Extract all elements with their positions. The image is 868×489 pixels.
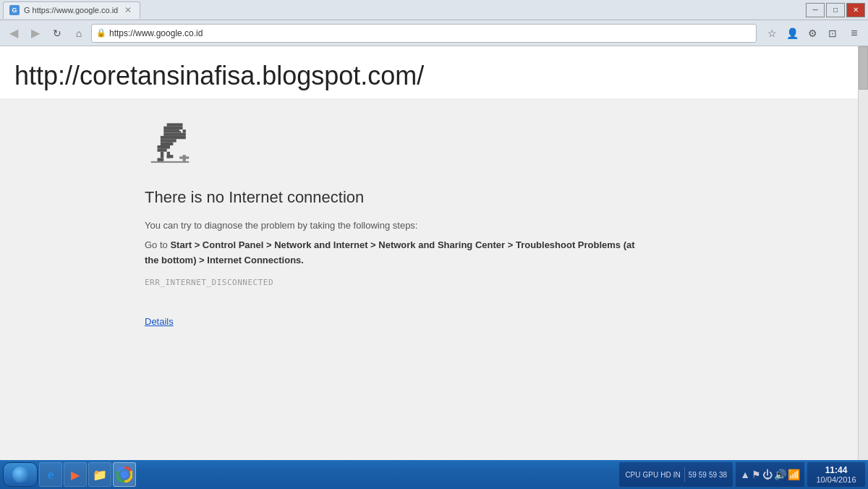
error-code: ERR_INTERNET_DISCONNECTED bbox=[145, 278, 713, 287]
clock-time: 11:44 bbox=[825, 465, 848, 475]
gpu-label: GPU bbox=[643, 471, 659, 479]
error-desc-bold: Start > Control Panel > Network and Inte… bbox=[145, 239, 635, 265]
svg-rect-0 bbox=[167, 123, 183, 126]
menu-button[interactable]: ≡ bbox=[845, 24, 864, 43]
chrome-logo-svg bbox=[116, 467, 132, 482]
svg-rect-12 bbox=[167, 143, 170, 145]
flag-icon: ⚑ bbox=[752, 469, 761, 480]
svg-rect-10 bbox=[158, 145, 171, 148]
network-icon: 📶 bbox=[788, 469, 800, 480]
address-bar[interactable]: 🔒 bbox=[91, 24, 757, 43]
svg-rect-16 bbox=[167, 155, 174, 158]
forward-button[interactable]: ▶ bbox=[26, 24, 45, 43]
svg-rect-19 bbox=[179, 156, 189, 158]
svg-rect-15 bbox=[158, 158, 164, 161]
browser-toolbar: ◀ ▶ ↻ ⌂ 🔒 ☆ 👤 ⚙ ⊡ ≡ bbox=[0, 20, 868, 46]
error-description: You can try to diagnose the problem by t… bbox=[145, 218, 651, 268]
svg-rect-1 bbox=[163, 127, 182, 129]
hd-label: HD bbox=[660, 471, 671, 479]
refresh-button[interactable]: ↻ bbox=[48, 24, 67, 43]
settings-icon[interactable]: ⊡ bbox=[823, 24, 842, 43]
scrollbar-thumb[interactable] bbox=[859, 46, 868, 90]
toolbar-icons: ☆ 👤 ⚙ ⊡ bbox=[762, 24, 842, 43]
address-input[interactable] bbox=[109, 28, 752, 38]
power-icon: ⏻ bbox=[762, 469, 773, 480]
taskbar-media-icon[interactable]: ▶ bbox=[64, 462, 87, 487]
system-tray: CPU GPU HD IN 59 59 59 38 bbox=[619, 462, 733, 487]
account-button[interactable]: 👤 bbox=[783, 24, 801, 43]
error-section: There is no Internet connection You can … bbox=[0, 98, 858, 349]
dino-svg bbox=[145, 120, 195, 171]
error-title: There is no Internet connection bbox=[145, 188, 713, 207]
bookmark-star-button[interactable]: ☆ bbox=[762, 24, 781, 43]
error-desc-line1: You can try to diagnose the problem by t… bbox=[145, 218, 651, 234]
svg-rect-4 bbox=[161, 136, 186, 139]
taskbar-ie-icon[interactable]: e bbox=[39, 462, 62, 487]
extensions-button[interactable]: ⚙ bbox=[803, 24, 822, 43]
svg-rect-3 bbox=[163, 133, 186, 136]
in-label: IN bbox=[673, 471, 681, 479]
start-button[interactable] bbox=[3, 462, 38, 487]
clock-date: 10/04/2016 bbox=[816, 475, 856, 484]
svg-rect-11 bbox=[158, 148, 167, 151]
svg-point-21 bbox=[121, 471, 128, 478]
svg-rect-13 bbox=[161, 152, 163, 158]
page-wrap: http://coretansinafisa.blogspot.com/ bbox=[0, 46, 868, 460]
taskbar-chrome-icon[interactable] bbox=[113, 462, 136, 487]
displayed-url: http://coretansinafisa.blogspot.com/ bbox=[0, 46, 858, 98]
details-link[interactable]: Details bbox=[145, 316, 174, 327]
svg-rect-5 bbox=[161, 139, 176, 142]
tab-favicon: G bbox=[9, 5, 20, 15]
hd-val: 59 bbox=[709, 471, 717, 479]
maximize-button[interactable]: □ bbox=[826, 3, 845, 17]
page-content: http://coretansinafisa.blogspot.com/ bbox=[0, 46, 858, 460]
error-desc-line2: Go to Start > Control Panel > Network an… bbox=[145, 238, 651, 268]
minimize-button[interactable]: ─ bbox=[806, 3, 825, 17]
scrollbar[interactable] bbox=[858, 46, 868, 460]
svg-rect-17 bbox=[151, 161, 190, 163]
tray-icons: ▲ ⚑ ⏻ 🔊 📶 bbox=[736, 462, 804, 487]
window-controls: ─ □ ✕ bbox=[806, 3, 865, 17]
svg-rect-9 bbox=[179, 131, 181, 132]
home-button[interactable]: ⌂ bbox=[69, 24, 88, 43]
titlebar: G G https://www.google.co.id ✕ ─ □ ✕ bbox=[0, 0, 868, 20]
back-button[interactable]: ◀ bbox=[4, 24, 23, 43]
taskbar-right: CPU GPU HD IN 59 59 59 38 ▲ ⚑ ⏻ 🔊 📶 11:4… bbox=[619, 462, 865, 487]
lock-icon: 🔒 bbox=[96, 28, 106, 38]
start-orb bbox=[12, 467, 28, 482]
cpu-val: 59 bbox=[689, 471, 697, 479]
in-val: 38 bbox=[719, 471, 727, 479]
taskbar-folder-icon[interactable]: 📁 bbox=[88, 462, 111, 487]
arrow-up-icon[interactable]: ▲ bbox=[740, 469, 750, 480]
volume-icon[interactable]: 🔊 bbox=[774, 469, 786, 480]
gpu-val: 59 bbox=[699, 471, 707, 479]
browser-tab[interactable]: G G https://www.google.co.id ✕ bbox=[3, 1, 140, 19]
dino-illustration bbox=[145, 120, 713, 174]
taskbar: e ▶ 📁 CPU GPU HD IN 59 59 59 38 bbox=[0, 460, 868, 489]
cpu-label: CPU bbox=[625, 471, 640, 479]
error-desc-prefix: Go to bbox=[145, 239, 170, 250]
clock[interactable]: 11:44 10/04/2016 bbox=[807, 462, 865, 487]
tab-close-button[interactable]: ✕ bbox=[122, 4, 134, 16]
tab-title: G https://www.google.co.id bbox=[24, 6, 118, 14]
close-button[interactable]: ✕ bbox=[846, 3, 865, 17]
